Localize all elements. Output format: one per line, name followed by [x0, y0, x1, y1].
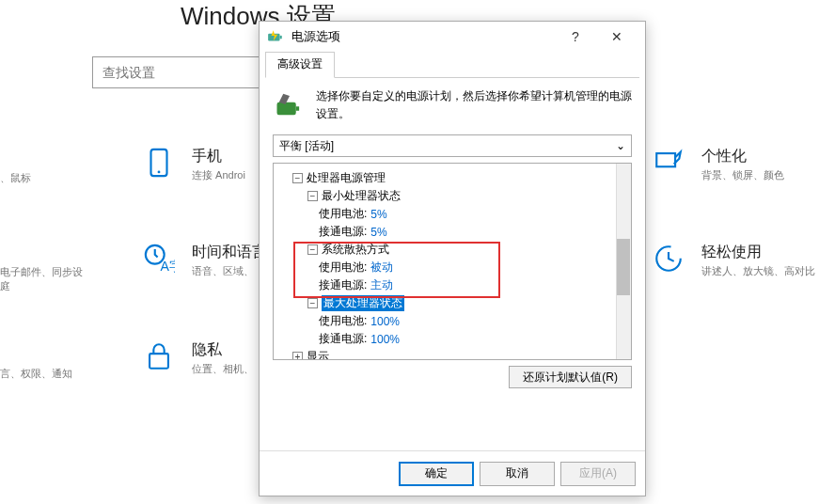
- tree-node-cooling[interactable]: −系统散热方式: [277, 241, 627, 259]
- settings-tree: −处理器电源管理 −最小处理器状态 使用电池:5% 接通电源:5% −系统散热方…: [273, 163, 632, 360]
- plug-battery-icon: [273, 87, 307, 121]
- hint-text: 电子邮件、同步设 庭: [0, 265, 83, 293]
- tab-strip: 高级设置: [260, 52, 645, 78]
- group-desc: 讲述人、放大镜、高对比: [701, 264, 815, 278]
- chevron-down-icon: ⌄: [616, 139, 625, 152]
- group-title: 轻松使用: [701, 243, 815, 262]
- tree-leaf-max-battery[interactable]: 使用电池:100%: [277, 312, 627, 330]
- help-button[interactable]: ?: [555, 24, 596, 50]
- tree-leaf-min-battery[interactable]: 使用电池:5%: [277, 205, 627, 223]
- group-privacy[interactable]: 隐私位置、相机、: [143, 340, 254, 376]
- group-desc: 背景、锁屏、颜色: [701, 168, 784, 182]
- plan-dropdown[interactable]: 平衡 [活动] ⌄: [273, 134, 632, 157]
- dialog-title: 电源选项: [291, 28, 555, 45]
- group-timelang[interactable]: A字 时间和语言语音、区域、: [143, 243, 267, 278]
- battery-icon: [267, 28, 284, 45]
- group-personalize[interactable]: 个性化背景、锁屏、颜色: [653, 147, 784, 182]
- group-ease[interactable]: 轻松使用讲述人、放大镜、高对比: [653, 243, 815, 278]
- group-phone[interactable]: 手机连接 Androi: [143, 147, 245, 182]
- tree-node-cpu[interactable]: −处理器电源管理: [277, 169, 627, 187]
- group-title: 手机: [192, 147, 245, 166]
- tree-leaf-min-plugged[interactable]: 接通电源:5%: [277, 223, 627, 241]
- tree-node-min[interactable]: −最小处理器状态: [277, 187, 627, 205]
- tree-leaf-cool-battery[interactable]: 使用电池:被动: [277, 259, 627, 276]
- svg-rect-10: [296, 106, 299, 111]
- svg-rect-9: [277, 102, 296, 116]
- paint-icon: [653, 147, 685, 179]
- svg-rect-4: [150, 354, 168, 369]
- group-desc: 连接 Androi: [192, 168, 245, 182]
- svg-rect-8: [280, 36, 282, 39]
- power-options-dialog: 电源选项 ? ✕ 高级设置 选择你要自定义的电源计划，然后选择你希望计算机管理的…: [259, 21, 646, 496]
- svg-text:A字: A字: [160, 259, 175, 274]
- group-desc: 语音、区域、: [192, 264, 267, 278]
- svg-rect-5: [656, 153, 675, 166]
- phone-icon: [143, 147, 175, 179]
- hint-text: 、鼠标: [0, 171, 31, 185]
- scrollbar-thumb[interactable]: [617, 239, 630, 295]
- expand-icon[interactable]: +: [292, 352, 303, 360]
- dialog-titlebar: 电源选项 ? ✕: [260, 22, 645, 52]
- dialog-footer: 确定 取消 应用(A): [260, 450, 645, 496]
- group-title: 隐私: [192, 340, 254, 360]
- apply-button[interactable]: 应用(A): [560, 462, 636, 486]
- cancel-button[interactable]: 取消: [480, 462, 555, 486]
- group-title: 时间和语言: [192, 243, 267, 262]
- tree-leaf-cool-plugged[interactable]: 接通电源:主动: [277, 276, 627, 294]
- svg-point-1: [158, 171, 161, 174]
- tab-advanced[interactable]: 高级设置: [265, 52, 335, 78]
- tree-node-max[interactable]: −最大处理器状态: [277, 294, 627, 312]
- collapse-icon[interactable]: −: [307, 191, 318, 201]
- collapse-icon[interactable]: −: [307, 298, 318, 308]
- ok-button[interactable]: 确定: [399, 462, 474, 486]
- collapse-icon[interactable]: −: [292, 173, 303, 183]
- scrollbar[interactable]: [616, 164, 631, 359]
- close-button[interactable]: ✕: [596, 24, 638, 50]
- hint-text: 言、权限、通知: [0, 367, 72, 381]
- plan-selected: 平衡 [活动]: [279, 138, 334, 154]
- collapse-icon[interactable]: −: [307, 244, 318, 255]
- lock-icon: [143, 340, 175, 372]
- ease-icon: [653, 243, 685, 275]
- group-desc: 位置、相机、: [192, 362, 254, 376]
- restore-defaults-button[interactable]: 还原计划默认值(R): [509, 366, 632, 388]
- tree-node-display[interactable]: +显示: [277, 348, 627, 360]
- tree-leaf-max-plugged[interactable]: 接通电源:100%: [277, 330, 627, 348]
- clock-lang-icon: A字: [143, 243, 175, 275]
- dialog-hint: 选择你要自定义的电源计划，然后选择你希望计算机管理的电源设置。: [316, 87, 632, 123]
- group-title: 个性化: [701, 147, 784, 166]
